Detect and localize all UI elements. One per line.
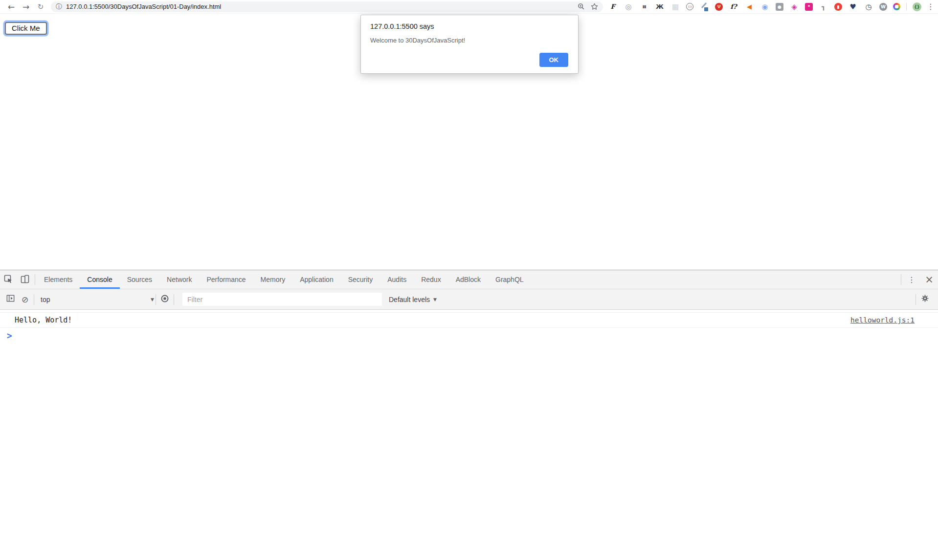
page-content: Click Me 127.0.0.1:5500 says Welcome to …: [0, 14, 938, 270]
tab-adblock[interactable]: AdBlock: [448, 270, 488, 289]
tab-graphql[interactable]: GraphQL: [488, 270, 531, 289]
stop-hand-extension-icon[interactable]: Ψ: [715, 3, 723, 11]
bug-extension-icon[interactable]: Ж: [655, 2, 665, 12]
devtools-close-button[interactable]: ×: [920, 270, 938, 289]
tab-redux[interactable]: Redux: [414, 270, 448, 289]
swirl-extension-icon[interactable]: ◉: [760, 2, 770, 12]
kebab-icon: ⋮: [927, 2, 935, 11]
clear-console-button[interactable]: ⊘: [18, 293, 32, 306]
console-prompt-row[interactable]: >: [0, 328, 938, 344]
bookmark-extension-icon[interactable]: ▮: [834, 3, 842, 11]
devtools-menu-button[interactable]: ⋮: [903, 270, 920, 289]
graphql-extension-icon[interactable]: ◈: [789, 2, 799, 12]
colorpicker-extension-icon[interactable]: [699, 2, 709, 12]
browser-window: ← → ↻ ⓘ 127.0.0.1:5500/30DaysOfJavaScrip…: [0, 0, 938, 560]
reload-button[interactable]: ↻: [33, 0, 48, 13]
devtools-kebab-icon: ⋮: [908, 275, 916, 284]
pink-gear-extension-icon[interactable]: *: [805, 3, 813, 11]
alert-title: 127.0.0.1:5500 says: [361, 15, 578, 30]
tab-memory[interactable]: Memory: [253, 270, 293, 289]
toolbar-divider-3: [174, 294, 174, 305]
tab-audits[interactable]: Audits: [380, 270, 414, 289]
bookmark-star-icon[interactable]: [591, 3, 598, 10]
chrome-menu-button[interactable]: ⋮: [923, 0, 938, 13]
zoom-icon[interactable]: [578, 3, 585, 10]
forward-button[interactable]: →: [19, 0, 33, 13]
megaphone-extension-icon[interactable]: ◀: [744, 2, 754, 12]
back-icon: ←: [8, 2, 15, 12]
tab-console[interactable]: Console: [80, 270, 119, 289]
orbit-extension-icon[interactable]: ◎: [624, 2, 633, 12]
tabbar-right-divider: [901, 274, 901, 285]
browser-toolbar: ← → ↻ ⓘ 127.0.0.1:5500/30DaysOfJavaScrip…: [0, 0, 938, 14]
tabbar-spacer: [531, 270, 899, 289]
console-sidebar-toggle-button[interactable]: [3, 293, 18, 306]
console-output: Hello, World! helloworld.js:1 >: [0, 310, 938, 560]
tab-application[interactable]: Application: [292, 270, 341, 289]
info-icon[interactable]: ⓘ: [56, 2, 62, 11]
inspect-element-button[interactable]: [0, 270, 17, 289]
corner-pipe-extension-icon[interactable]: ┓: [819, 2, 828, 12]
alert-message: Welcome to 30DaysOfJavaScript!: [361, 30, 578, 44]
heart-search-extension-icon[interactable]: ♥: [848, 2, 858, 12]
toolbar-divider-2: [156, 294, 156, 305]
columns-extension-icon[interactable]: ▮▮: [639, 2, 649, 12]
devtools-panel: Elements Console Sources Network Perform…: [0, 270, 938, 560]
w-circle-extension-icon[interactable]: W: [879, 3, 887, 11]
inspect-cursor-icon: [3, 274, 13, 285]
extensions-bar: F ◎ ▮▮ Ж ▦ (-) Ψ f? ◀ ◉ ● ◈ * ┓ ▮ ♥ ◷ W …: [608, 2, 921, 12]
tab-performance[interactable]: Performance: [199, 270, 253, 289]
log-levels-selector[interactable]: Default levels ▼: [389, 296, 437, 303]
console-message-text: Hello, World!: [15, 316, 72, 324]
gear-icon: [921, 294, 929, 304]
context-dropdown-icon: ▼: [151, 297, 154, 302]
toolbar-divider-4: [916, 294, 916, 305]
alert-ok-button[interactable]: OK: [539, 53, 569, 67]
console-settings-button[interactable]: [917, 293, 932, 306]
forward-icon: →: [22, 2, 29, 12]
console-filter-input[interactable]: [182, 293, 382, 306]
camera-extension-icon[interactable]: ●: [776, 3, 783, 11]
console-toolbar: ⊘ top ▼ Default levels ▼: [0, 289, 938, 310]
tabbar-divider: [35, 274, 35, 285]
stylus-extension-icon[interactable]: F: [608, 2, 618, 12]
font-question-extension-icon[interactable]: f?: [729, 2, 738, 12]
tab-sources[interactable]: Sources: [120, 270, 159, 289]
context-selector-label: top: [41, 296, 50, 303]
console-prompt-icon: >: [6, 331, 13, 341]
tab-security[interactable]: Security: [341, 270, 380, 289]
address-bar[interactable]: ⓘ 127.0.0.1:5500/30DaysOfJavaScript/01-D…: [51, 1, 603, 12]
live-expression-eye-button[interactable]: [157, 293, 172, 306]
click-me-button[interactable]: Click Me: [5, 22, 47, 35]
tab-network[interactable]: Network: [159, 270, 199, 289]
device-toolbar-icon: [20, 274, 30, 285]
clock-extension-icon[interactable]: ◷: [864, 2, 873, 12]
device-toolbar-button[interactable]: [17, 270, 33, 289]
console-sidebar-icon: [6, 294, 15, 305]
url-text[interactable]: 127.0.0.1:5500/30DaysOfJavaScript/01-Day…: [66, 3, 221, 10]
log-levels-dropdown-icon: ▼: [433, 297, 437, 302]
clear-console-icon: ⊘: [22, 295, 28, 304]
pattern-extension-icon[interactable]: ▦: [670, 2, 680, 12]
eye-icon: [160, 294, 170, 305]
json-braces-extension-icon[interactable]: {}: [913, 2, 921, 11]
devtools-tab-bar: Elements Console Sources Network Perform…: [0, 270, 938, 289]
back-button[interactable]: ←: [4, 0, 19, 13]
minus-circle-extension-icon[interactable]: (-): [686, 3, 693, 10]
devtools-close-icon: ×: [925, 274, 934, 285]
reload-icon: ↻: [38, 2, 44, 11]
tab-elements[interactable]: Elements: [37, 270, 80, 289]
color-ring-extension-icon[interactable]: [893, 3, 900, 10]
log-levels-label: Default levels: [389, 296, 430, 303]
toolbar-divider-1: [34, 294, 34, 305]
console-message-row: Hello, World! helloworld.js:1: [0, 312, 938, 328]
context-selector[interactable]: top ▼: [41, 296, 154, 303]
alert-dialog: 127.0.0.1:5500 says Welcome to 30DaysOfJ…: [360, 15, 579, 74]
console-source-link[interactable]: helloworld.js:1: [850, 316, 915, 324]
extensions-divider: [906, 3, 907, 11]
